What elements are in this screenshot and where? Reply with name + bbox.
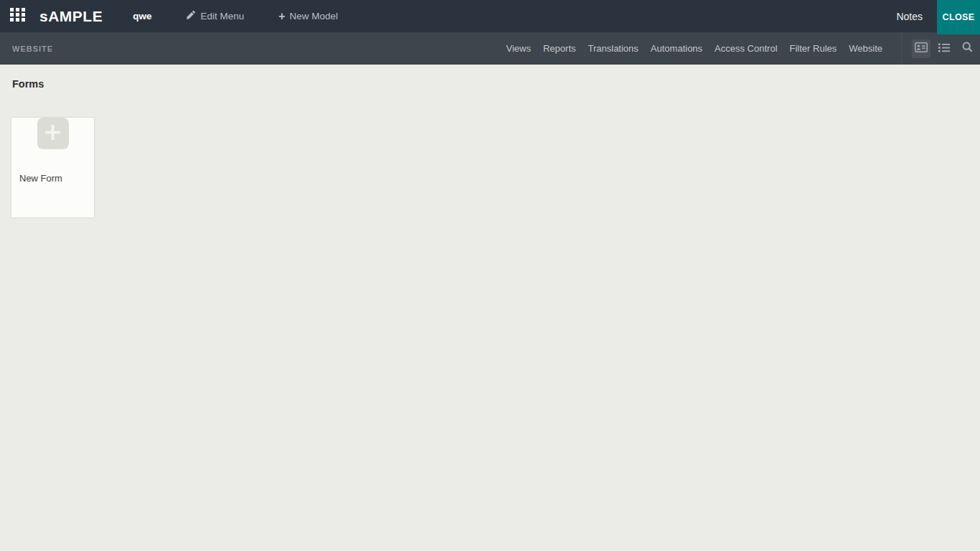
new-form-card[interactable]: New Form: [11, 118, 94, 217]
top-bar: sAMPLE qwe Edit Menu + New Model Notes C…: [0, 0, 980, 32]
nav-item-filter-rules[interactable]: Filter Rules: [790, 43, 837, 54]
nav-item-automations[interactable]: Automations: [651, 43, 702, 54]
search-icon: [962, 42, 973, 55]
apps-grid-icon: [10, 8, 25, 24]
app-title: sAMPLE: [39, 8, 103, 25]
list-view-icon: [938, 42, 950, 55]
list-view-button[interactable]: [935, 39, 953, 58]
notes-menu-item[interactable]: Notes: [896, 11, 923, 22]
plus-icon: +: [278, 11, 285, 22]
new-form-label: New Form: [19, 173, 94, 184]
nav-item-website[interactable]: Website: [849, 43, 882, 54]
subbar-nav: Views Reports Translations Automations A…: [507, 43, 882, 54]
subbar-divider: [901, 32, 902, 65]
search-button[interactable]: [958, 39, 976, 58]
menu-item-qwe[interactable]: qwe: [133, 11, 151, 22]
nav-item-translations[interactable]: Translations: [588, 43, 639, 54]
plus-placeholder: [37, 118, 69, 149]
apps-menu-button[interactable]: [0, 0, 35, 32]
nav-item-views[interactable]: Views: [507, 43, 531, 54]
section-label-website: WEBSITE: [12, 44, 53, 53]
pencil-icon: [186, 10, 196, 22]
page-title: Forms: [12, 78, 980, 90]
kanban-view-icon: [915, 42, 928, 55]
plus-placeholder-icon: [44, 124, 61, 143]
main-content: Forms New Form: [0, 65, 980, 551]
studio-sub-bar: WEBSITE Views Reports Translations Autom…: [0, 32, 980, 65]
kanban-view-button[interactable]: [912, 39, 930, 58]
close-button[interactable]: CLOSE: [937, 0, 980, 34]
new-model-button[interactable]: + New Model: [278, 11, 338, 22]
view-switcher: [912, 39, 976, 58]
edit-menu-label: Edit Menu: [200, 11, 244, 22]
nav-item-access-control[interactable]: Access Control: [715, 43, 777, 54]
nav-item-reports[interactable]: Reports: [543, 43, 576, 54]
edit-menu-button[interactable]: Edit Menu: [186, 10, 244, 22]
new-model-label: New Model: [290, 11, 339, 22]
